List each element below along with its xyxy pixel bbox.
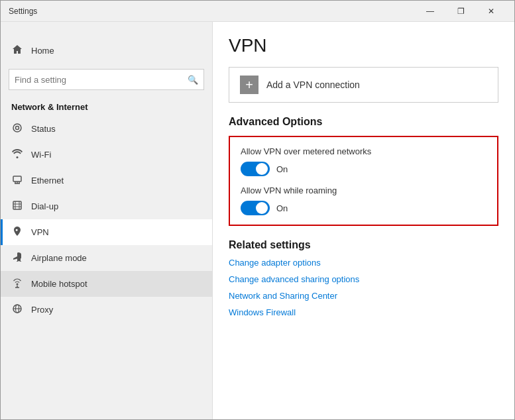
change-sharing-link[interactable]: Change advanced sharing options <box>229 274 498 284</box>
search-box: 🔍 <box>9 69 204 90</box>
proxy-label: Proxy <box>31 305 53 315</box>
search-icon: 🔍 <box>188 75 198 85</box>
hotspot-label: Mobile hotspot <box>31 279 87 289</box>
svg-point-12 <box>17 284 19 286</box>
add-vpn-button[interactable]: + Add a VPN connection <box>229 67 498 103</box>
airplane-icon <box>11 252 23 264</box>
change-adapter-link[interactable]: Change adapter options <box>229 258 498 268</box>
hotspot-icon <box>11 278 23 290</box>
dialup-icon <box>11 200 23 213</box>
sidebar-item-wifi[interactable]: Wi-Fi <box>1 142 212 168</box>
home-label: Home <box>31 46 54 56</box>
airplane-label: Airplane mode <box>31 253 87 263</box>
metered-networks-label: Allow VPN over metered networks <box>241 146 486 156</box>
wifi-label: Wi-Fi <box>31 150 51 160</box>
network-sharing-center-link[interactable]: Network and Sharing Center <box>229 291 498 301</box>
proxy-icon <box>11 303 23 316</box>
sidebar-item-status[interactable]: Status <box>1 116 212 142</box>
sidebar-section-label: Network & Internet <box>1 98 212 116</box>
sidebar: Home 🔍 Network & Internet Status <box>1 22 213 419</box>
sidebar-header <box>1 22 212 38</box>
vpn-label: VPN <box>31 227 49 237</box>
sidebar-item-airplane[interactable]: Airplane mode <box>1 245 212 271</box>
roaming-toggle-row: On <box>241 201 486 215</box>
sidebar-item-home[interactable]: Home <box>1 38 212 64</box>
advanced-options-title: Advanced Options <box>229 116 498 128</box>
window-controls: — ❐ ✕ <box>415 1 506 22</box>
metered-toggle-state: On <box>276 164 288 174</box>
windows-firewall-link[interactable]: Windows Firewall <box>229 307 498 317</box>
svg-point-1 <box>16 127 19 130</box>
sidebar-item-hotspot[interactable]: Mobile hotspot <box>1 271 212 297</box>
plus-icon: + <box>240 76 258 94</box>
titlebar: Settings — ❐ ✕ <box>1 1 514 22</box>
window-title: Settings <box>9 7 415 16</box>
status-icon <box>11 123 23 135</box>
roaming-toggle-state: On <box>276 203 288 213</box>
home-icon <box>11 44 23 57</box>
dialup-label: Dial-up <box>31 201 58 211</box>
metered-toggle-row: On <box>241 162 486 176</box>
svg-point-0 <box>13 124 21 132</box>
wifi-icon <box>11 148 23 161</box>
roaming-toggle[interactable] <box>241 201 270 215</box>
vpn-icon <box>11 226 23 238</box>
page-title: VPN <box>229 35 498 56</box>
svg-rect-7 <box>13 201 21 209</box>
close-button[interactable]: ✕ <box>476 1 506 22</box>
sidebar-item-proxy[interactable]: Proxy <box>1 297 212 323</box>
related-settings-title: Related settings <box>229 239 498 251</box>
sidebar-item-vpn[interactable]: VPN <box>1 219 212 245</box>
svg-rect-2 <box>13 176 21 182</box>
settings-window: Settings — ❐ ✕ Home 🔍 <box>0 0 515 420</box>
sidebar-item-ethernet[interactable]: Ethernet <box>1 168 212 193</box>
maximize-button[interactable]: ❐ <box>445 1 476 22</box>
metered-toggle[interactable] <box>241 162 270 176</box>
minimize-button[interactable]: — <box>415 1 445 22</box>
search-input[interactable] <box>15 75 188 85</box>
roaming-label: Allow VPN while roaming <box>241 185 486 195</box>
ethernet-label: Ethernet <box>31 176 64 185</box>
advanced-options-box: Allow VPN over metered networks On Allow… <box>229 136 498 226</box>
ethernet-icon <box>11 174 23 187</box>
content-area: Home 🔍 Network & Internet Status <box>1 22 514 419</box>
status-label: Status <box>31 124 56 134</box>
add-vpn-label: Add a VPN connection <box>266 79 360 90</box>
main-content: VPN + Add a VPN connection Advanced Opti… <box>213 22 514 419</box>
sidebar-item-dialup[interactable]: Dial-up <box>1 193 212 219</box>
